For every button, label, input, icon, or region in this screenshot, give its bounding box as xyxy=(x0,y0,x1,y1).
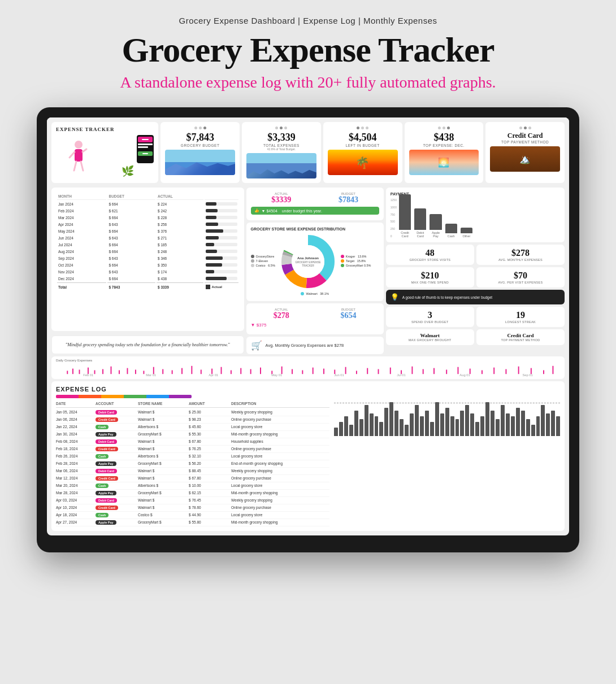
cell-desc: Local grocery store xyxy=(231,513,329,517)
svg-rect-59 xyxy=(390,368,391,374)
cell-account: Debit Card xyxy=(96,439,138,444)
log-table-area: DATE ACCOUNT STORE NAME AMOUNT DESCRIPTI… xyxy=(56,402,329,526)
mini-bar xyxy=(349,425,353,436)
mini-bar xyxy=(541,405,545,436)
cell-desc: Local grocery store xyxy=(231,425,329,429)
stat-card-total: $3,339 TOTAL EXPENSES 42.6% of Total Bud… xyxy=(242,122,321,183)
mini-bar xyxy=(334,428,338,436)
log-chart-area xyxy=(334,402,560,526)
y-axis: 1250 1000 750 500 250 0 xyxy=(391,198,397,238)
cell-actual: $ 224 xyxy=(157,201,203,207)
dot xyxy=(438,127,441,129)
cell-amount: $ 76.45 xyxy=(189,498,231,503)
payment-ab-row: Actual $278 Budget $654 xyxy=(251,308,379,320)
svg-point-0 xyxy=(75,141,83,149)
bar-rect xyxy=(430,214,441,230)
account-badge: Debit Card xyxy=(96,410,117,415)
cell-amount: $ 55.80 xyxy=(189,520,231,525)
max-value: $210 xyxy=(389,271,471,281)
top-subtitle: Grocery Expense Dashboard | Expense Log … xyxy=(179,16,437,25)
dots-top xyxy=(438,127,450,129)
payment-label: TOP PAYMENT METHOD xyxy=(501,140,549,144)
svg-rect-53 xyxy=(323,369,324,374)
donut-title: GROCERY STORE WISE EXPENSE DISTRIBUTION xyxy=(251,227,379,231)
svg-rect-33 xyxy=(127,368,128,374)
bar-group: Credit Card xyxy=(399,194,411,238)
mini-bar xyxy=(556,416,560,436)
header-account: ACCOUNT xyxy=(96,402,138,406)
mini-bars xyxy=(334,404,560,438)
cell-desc: Local grocery store xyxy=(231,483,329,488)
log-rows: Jan 05, 2024 Debit Card Walmart $ $ 25.0… xyxy=(56,409,329,526)
header-amount: AMOUNT xyxy=(189,402,231,406)
account-badge: Debit Card xyxy=(96,498,117,503)
mini-bar xyxy=(405,425,409,436)
cell-actual: $ 185 xyxy=(157,242,203,247)
dashboard: EXPENSE TRACKER xyxy=(47,117,569,531)
avg-monthly-label: AVG. MONTHLY EXPENSES xyxy=(480,258,561,262)
svg-rect-62 xyxy=(423,369,424,374)
donut-chart: Ana Johnson GROCERY EXPENSE TRACKER xyxy=(280,233,336,290)
cell-bar xyxy=(205,201,238,207)
cell-store: Albertsons $ xyxy=(138,454,189,459)
svg-rect-34 xyxy=(135,370,136,374)
legend-7eleven: 7-Eleven xyxy=(251,259,275,263)
cell-bar xyxy=(205,215,238,220)
cell-store: GroceryMart $ xyxy=(138,520,189,525)
mini-bar xyxy=(546,413,550,436)
table-row: Oct 2024 $ 664 $ 350 xyxy=(57,262,238,268)
cell-month: Mar 2024 xyxy=(57,215,106,220)
cell-account: Credit Card xyxy=(96,506,138,510)
mini-bar xyxy=(394,411,398,436)
main-title: Grocery Expense Tracker xyxy=(122,30,494,70)
col-bar xyxy=(205,193,238,200)
top-expense-label: TOP EXPENSE: DEC. xyxy=(423,143,465,147)
dot-active xyxy=(357,127,359,129)
avg-visit-label: AVG. PER VISIT EXPENSES xyxy=(480,281,561,284)
log-title: EXPENSE LOG xyxy=(56,386,560,393)
stat-card-left: $4,504 LEFT IN BUDGET 🌴 xyxy=(323,122,402,183)
dot xyxy=(199,127,202,129)
account-badge: Cash xyxy=(96,513,109,517)
mini-bar xyxy=(370,413,374,436)
bar-group: Other xyxy=(461,228,472,238)
left-landscape: 🌴 xyxy=(328,150,398,175)
cell-bar xyxy=(205,249,238,254)
legend-dot xyxy=(301,292,304,295)
stats-grid: 48 GROCERY STORE VISITS $278 AVG. MONTHL… xyxy=(386,245,565,287)
cell-month: Feb 2024 xyxy=(57,208,106,214)
stat-box-over: 3 SPEND OVER BUDGET xyxy=(386,307,474,327)
cell-store: Walmart $ xyxy=(138,476,189,481)
cell-store: Albertsons $ xyxy=(138,425,189,429)
actual-budget-box: Actual $3339 Budget $7843 👍 ▼ $4504 unde… xyxy=(246,188,384,220)
list-item: Feb 28, 2024 Apple Pay GroceryMart $ $ 5… xyxy=(56,460,329,468)
cell-budget: $ 621 xyxy=(107,208,155,214)
under-budget-text: ▼ $4504 under budget this year. xyxy=(262,209,322,213)
cell-amount: $ 56.20 xyxy=(189,461,231,466)
cell-account: Debit Card xyxy=(96,469,138,473)
cell-budget: $ 643 xyxy=(107,235,155,241)
account-badge: Apple Pay xyxy=(96,461,116,466)
list-item: Apr 27, 2024 Apple Pay GroceryMart $ $ 5… xyxy=(56,519,329,526)
svg-line-2 xyxy=(70,152,75,158)
cell-account: Credit Card xyxy=(96,417,138,422)
svg-rect-71 xyxy=(531,368,532,374)
svg-text:Apr 01: Apr 01 xyxy=(209,373,218,377)
payment-bars: Credit Card Debit Card Apple Pay Cash Ot… xyxy=(399,198,472,238)
svg-text:Ana Johnson: Ana Johnson xyxy=(297,256,319,260)
tip-icon: 💡 xyxy=(391,293,399,301)
mini-bar xyxy=(420,416,424,436)
svg-rect-28 xyxy=(88,368,89,374)
mini-bar xyxy=(501,405,505,436)
quote-text: "Mindful grocery spending today sets the… xyxy=(59,342,237,348)
account-badge: Credit Card xyxy=(96,476,118,481)
legend-grocerystore: GroceryStore xyxy=(251,255,275,258)
log-header: DATE ACCOUNT STORE NAME AMOUNT DESCRIPTI… xyxy=(56,402,329,408)
account-badge: Debit Card xyxy=(96,469,117,473)
bar-label: Apple Pay xyxy=(430,231,441,238)
top-expense-value: $438 xyxy=(433,132,454,142)
legend-dot xyxy=(251,264,254,267)
account-badge: Apple Pay xyxy=(96,520,116,525)
mini-bar xyxy=(339,422,343,436)
payment-budget-item: Budget $654 xyxy=(318,308,379,320)
